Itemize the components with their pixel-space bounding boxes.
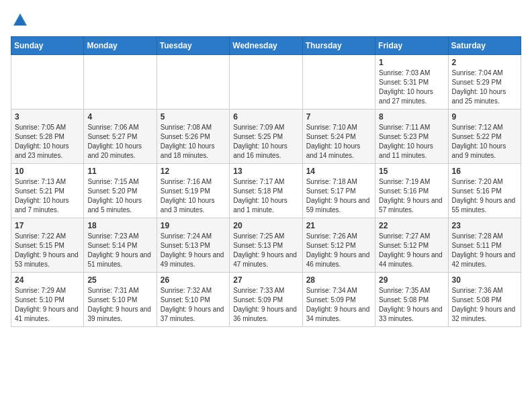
weekday-header-row: SundayMondayTuesdayWednesdayThursdayFrid…	[11, 37, 521, 55]
day-number: 9	[452, 112, 517, 122]
day-number: 27	[233, 275, 298, 285]
calendar-week-3: 10Sunrise: 7:13 AM Sunset: 5:21 PM Dayli…	[11, 164, 521, 218]
calendar-cell: 13Sunrise: 7:17 AM Sunset: 5:18 PM Dayli…	[230, 164, 302, 218]
day-info: Sunrise: 7:10 AM Sunset: 5:24 PM Dayligh…	[306, 123, 371, 161]
day-info: Sunrise: 7:16 AM Sunset: 5:19 PM Dayligh…	[161, 177, 226, 215]
day-info: Sunrise: 7:29 AM Sunset: 5:10 PM Dayligh…	[15, 286, 80, 324]
day-number: 16	[452, 167, 517, 176]
calendar-cell: 25Sunrise: 7:31 AM Sunset: 5:10 PM Dayli…	[84, 273, 157, 327]
day-number: 13	[233, 167, 298, 176]
calendar-week-1: 1Sunrise: 7:03 AM Sunset: 5:31 PM Daylig…	[11, 55, 521, 109]
day-number: 20	[233, 221, 298, 230]
day-info: Sunrise: 7:24 AM Sunset: 5:13 PM Dayligh…	[161, 232, 226, 269]
day-number: 2	[452, 58, 517, 67]
day-info: Sunrise: 7:19 AM Sunset: 5:16 PM Dayligh…	[379, 177, 444, 215]
day-number: 23	[452, 221, 517, 230]
calendar-cell: 23Sunrise: 7:28 AM Sunset: 5:11 PM Dayli…	[448, 218, 521, 273]
calendar-body: 1Sunrise: 7:03 AM Sunset: 5:31 PM Daylig…	[11, 55, 521, 327]
day-number: 30	[452, 275, 517, 285]
calendar-cell: 17Sunrise: 7:22 AM Sunset: 5:15 PM Dayli…	[11, 218, 84, 273]
day-number: 17	[15, 221, 80, 230]
calendar-cell: 2Sunrise: 7:04 AM Sunset: 5:29 PM Daylig…	[448, 55, 521, 109]
calendar-cell: 27Sunrise: 7:33 AM Sunset: 5:09 PM Dayli…	[230, 273, 302, 327]
day-info: Sunrise: 7:36 AM Sunset: 5:08 PM Dayligh…	[452, 286, 517, 324]
day-info: Sunrise: 7:11 AM Sunset: 5:23 PM Dayligh…	[379, 123, 444, 161]
day-number: 21	[306, 221, 371, 230]
day-number: 26	[161, 275, 226, 285]
day-info: Sunrise: 7:33 AM Sunset: 5:09 PM Dayligh…	[233, 286, 298, 324]
calendar-cell	[230, 55, 302, 109]
day-number: 18	[87, 221, 152, 230]
day-number: 10	[15, 167, 80, 176]
day-info: Sunrise: 7:18 AM Sunset: 5:17 PM Dayligh…	[306, 177, 371, 215]
logo	[11, 11, 32, 30]
day-info: Sunrise: 7:03 AM Sunset: 5:31 PM Dayligh…	[379, 68, 444, 106]
calendar-cell: 1Sunrise: 7:03 AM Sunset: 5:31 PM Daylig…	[375, 55, 448, 109]
calendar-cell	[302, 55, 375, 109]
calendar-cell: 15Sunrise: 7:19 AM Sunset: 5:16 PM Dayli…	[375, 164, 448, 218]
weekday-header-wednesday: Wednesday	[230, 37, 302, 55]
calendar-cell	[11, 55, 84, 109]
calendar-cell: 20Sunrise: 7:25 AM Sunset: 5:13 PM Dayli…	[230, 218, 302, 273]
day-number: 11	[87, 167, 152, 176]
day-info: Sunrise: 7:22 AM Sunset: 5:15 PM Dayligh…	[15, 232, 80, 269]
day-info: Sunrise: 7:23 AM Sunset: 5:14 PM Dayligh…	[87, 232, 152, 269]
calendar-cell: 12Sunrise: 7:16 AM Sunset: 5:19 PM Dayli…	[157, 164, 229, 218]
day-number: 6	[233, 112, 298, 122]
day-info: Sunrise: 7:04 AM Sunset: 5:29 PM Dayligh…	[452, 68, 517, 106]
day-info: Sunrise: 7:35 AM Sunset: 5:08 PM Dayligh…	[379, 286, 444, 324]
day-info: Sunrise: 7:20 AM Sunset: 5:16 PM Dayligh…	[452, 177, 517, 215]
day-info: Sunrise: 7:31 AM Sunset: 5:10 PM Dayligh…	[87, 286, 152, 324]
calendar-cell: 4Sunrise: 7:06 AM Sunset: 5:27 PM Daylig…	[84, 109, 157, 164]
calendar-cell: 5Sunrise: 7:08 AM Sunset: 5:26 PM Daylig…	[157, 109, 229, 164]
day-number: 3	[15, 112, 80, 122]
calendar-cell: 9Sunrise: 7:12 AM Sunset: 5:22 PM Daylig…	[448, 109, 521, 164]
calendar-cell: 22Sunrise: 7:27 AM Sunset: 5:12 PM Dayli…	[375, 218, 448, 273]
calendar-cell: 29Sunrise: 7:35 AM Sunset: 5:08 PM Dayli…	[375, 273, 448, 327]
calendar-cell: 28Sunrise: 7:34 AM Sunset: 5:09 PM Dayli…	[302, 273, 375, 327]
calendar-cell	[84, 55, 157, 109]
weekday-header-friday: Friday	[375, 37, 448, 55]
calendar-cell: 16Sunrise: 7:20 AM Sunset: 5:16 PM Dayli…	[448, 164, 521, 218]
day-number: 8	[379, 112, 444, 122]
day-info: Sunrise: 7:25 AM Sunset: 5:13 PM Dayligh…	[233, 232, 298, 269]
weekday-header-saturday: Saturday	[448, 37, 521, 55]
page-header	[11, 11, 521, 30]
day-info: Sunrise: 7:09 AM Sunset: 5:25 PM Dayligh…	[233, 123, 298, 161]
calendar-cell: 14Sunrise: 7:18 AM Sunset: 5:17 PM Dayli…	[302, 164, 375, 218]
day-info: Sunrise: 7:32 AM Sunset: 5:10 PM Dayligh…	[161, 286, 226, 324]
day-number: 1	[379, 58, 444, 67]
day-info: Sunrise: 7:12 AM Sunset: 5:22 PM Dayligh…	[452, 123, 517, 161]
day-number: 25	[87, 275, 152, 285]
day-number: 14	[306, 167, 371, 176]
calendar-cell: 8Sunrise: 7:11 AM Sunset: 5:23 PM Daylig…	[375, 109, 448, 164]
calendar-cell: 24Sunrise: 7:29 AM Sunset: 5:10 PM Dayli…	[11, 273, 84, 327]
day-info: Sunrise: 7:28 AM Sunset: 5:11 PM Dayligh…	[452, 232, 517, 269]
logo-icon	[11, 11, 30, 30]
day-number: 12	[161, 167, 226, 176]
day-info: Sunrise: 7:05 AM Sunset: 5:28 PM Dayligh…	[15, 123, 80, 161]
calendar-cell: 10Sunrise: 7:13 AM Sunset: 5:21 PM Dayli…	[11, 164, 84, 218]
day-number: 19	[161, 221, 226, 230]
calendar-cell: 7Sunrise: 7:10 AM Sunset: 5:24 PM Daylig…	[302, 109, 375, 164]
calendar-cell: 6Sunrise: 7:09 AM Sunset: 5:25 PM Daylig…	[230, 109, 302, 164]
calendar-cell	[157, 55, 229, 109]
day-info: Sunrise: 7:34 AM Sunset: 5:09 PM Dayligh…	[306, 286, 371, 324]
day-number: 24	[15, 275, 80, 285]
calendar-cell: 18Sunrise: 7:23 AM Sunset: 5:14 PM Dayli…	[84, 218, 157, 273]
calendar-cell: 21Sunrise: 7:26 AM Sunset: 5:12 PM Dayli…	[302, 218, 375, 273]
calendar-week-2: 3Sunrise: 7:05 AM Sunset: 5:28 PM Daylig…	[11, 109, 521, 164]
day-info: Sunrise: 7:27 AM Sunset: 5:12 PM Dayligh…	[379, 232, 444, 269]
weekday-header-monday: Monday	[84, 37, 157, 55]
weekday-header-thursday: Thursday	[302, 37, 375, 55]
day-number: 15	[379, 167, 444, 176]
calendar-week-5: 24Sunrise: 7:29 AM Sunset: 5:10 PM Dayli…	[11, 273, 521, 327]
day-info: Sunrise: 7:15 AM Sunset: 5:20 PM Dayligh…	[87, 177, 152, 215]
calendar-cell: 11Sunrise: 7:15 AM Sunset: 5:20 PM Dayli…	[84, 164, 157, 218]
calendar-table: SundayMondayTuesdayWednesdayThursdayFrid…	[11, 36, 521, 327]
day-number: 28	[306, 275, 371, 285]
day-number: 22	[379, 221, 444, 230]
day-info: Sunrise: 7:06 AM Sunset: 5:27 PM Dayligh…	[87, 123, 152, 161]
day-info: Sunrise: 7:26 AM Sunset: 5:12 PM Dayligh…	[306, 232, 371, 269]
weekday-header-tuesday: Tuesday	[157, 37, 229, 55]
